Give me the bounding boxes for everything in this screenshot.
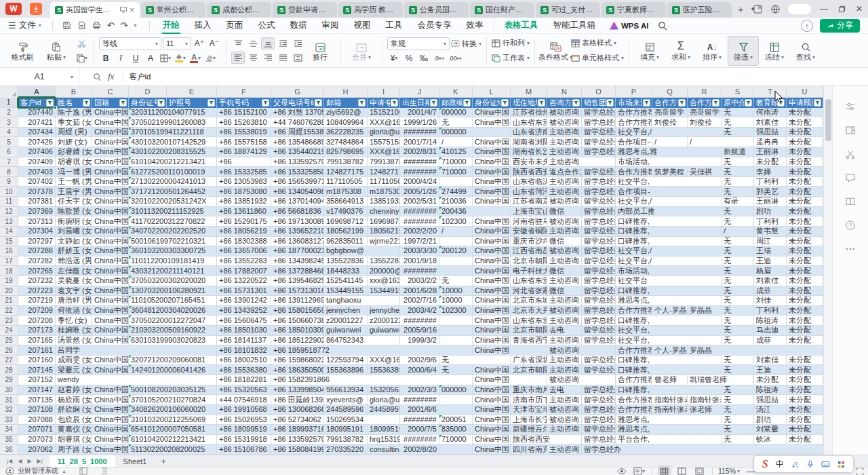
- cell-N9[interactable]: 主动咨询: [547, 177, 582, 187]
- cell-D27[interactable]: 320721200209060081: [129, 356, 217, 366]
- cell-D30[interactable]: 500108200203035125: [129, 385, 217, 396]
- cell-G10[interactable]: +86 1340540988: [271, 187, 324, 197]
- cell-U22[interactable]: 未分配: [787, 306, 823, 316]
- cell-I22[interactable]: jennychen: [368, 306, 400, 316]
- cell-H16[interactable]: bgbgbow@: [324, 246, 400, 256]
- cell-Q31[interactable]: 指南针张老: [652, 395, 688, 405]
- cell-G14[interactable]: +86 1396522100: [271, 227, 324, 237]
- cell-I28[interactable]: 155363896: [368, 365, 400, 375]
- cell-N7[interactable]: 主动咨询: [547, 157, 616, 168]
- cell-Q32[interactable]: 指南针张老: [652, 405, 688, 415]
- cell-G28[interactable]: +86 1863505000: [271, 365, 324, 375]
- cell-F10[interactable]: +86 18753080: [217, 187, 271, 197]
- row-number[interactable]: 2: [0, 108, 18, 118]
- cell-L34[interactable]: China中国: [473, 425, 511, 435]
- input-method-bar[interactable]: S 中: [754, 456, 853, 472]
- filter-header-J[interactable]: 出生日期: [400, 98, 439, 108]
- cell-A2[interactable]: 207440: [18, 108, 56, 118]
- cell-D12[interactable]: 310113200211152925: [129, 207, 217, 217]
- cell-P17[interactable]: 社交平台,/: [616, 256, 722, 267]
- cell-D7[interactable]: 610104200212213421: [129, 157, 217, 168]
- row-number[interactable]: 19: [0, 276, 18, 286]
- cell-I23[interactable]: z20001227: [368, 316, 400, 326]
- fill-color-button[interactable]: ▾: [174, 52, 187, 64]
- cell-M23[interactable]: 山东省东营: [511, 316, 547, 326]
- cell-B15[interactable]: 文静如 (女: [56, 237, 92, 247]
- cell-N33[interactable]: 被动咨询: [547, 415, 582, 425]
- cell-L9[interactable]: China中国: [473, 177, 511, 187]
- cell-U14[interactable]: 未分配: [787, 227, 823, 237]
- cell-D22[interactable]: 360481200304020026: [129, 306, 217, 316]
- eraser-button[interactable]: ▾: [203, 52, 217, 64]
- cell-S35[interactable]: 无: [722, 435, 754, 445]
- formula-input[interactable]: 客户id: [123, 72, 151, 82]
- row-number[interactable]: 17: [0, 256, 18, 267]
- cell-O6[interactable]: 留学总经办: [582, 147, 616, 157]
- cell-N2[interactable]: 被动咨询: [547, 108, 582, 118]
- cell-F19[interactable]: +86 13220522: [217, 276, 271, 286]
- cell-S3[interactable]: 无: [722, 117, 754, 128]
- cell-K35[interactable]: 710000: [439, 435, 473, 445]
- cell-S33[interactable]: 无: [722, 415, 754, 425]
- cell-B24[interactable]: 桂婉唯 (女: [56, 326, 92, 336]
- cell-U18[interactable]: 未分配: [787, 266, 823, 276]
- zoom-caret-icon[interactable]: ▾: [737, 468, 740, 474]
- cell-N25[interactable]: 主动咨询: [547, 336, 582, 346]
- cell-K2[interactable]: 000000: [439, 108, 473, 118]
- cell-Q2[interactable]: 亮哥留学: [652, 108, 688, 118]
- row-number[interactable]: 15: [0, 237, 18, 247]
- column-header-C[interactable]: C: [92, 86, 129, 98]
- cell-L26[interactable]: China中国: [473, 345, 547, 356]
- cell-O11[interactable]: 留学总经办: [582, 197, 616, 207]
- cell-H2[interactable]: ziyi5692@: [324, 108, 368, 118]
- cell-H20[interactable]: 153449155: [324, 286, 368, 297]
- row-number[interactable]: 30: [0, 385, 18, 396]
- cell-U6[interactable]: 未分配: [787, 147, 823, 157]
- filter-header-O[interactable]: 销售团队: [582, 98, 616, 108]
- cell-F8[interactable]: +86 15332585: [217, 167, 271, 177]
- maximize-button[interactable]: [833, 0, 850, 18]
- cell-A5[interactable]: 207426: [18, 137, 56, 147]
- cell-A20[interactable]: 207223: [18, 286, 56, 297]
- menu-item-插入[interactable]: 插入: [187, 18, 219, 34]
- cell-N4[interactable]: 主动咨询: [547, 128, 582, 138]
- cell-J14[interactable]: 2002/2/20: [400, 227, 439, 237]
- cell-M10[interactable]: 山东省菏泽: [511, 187, 547, 197]
- filter-dropdown-icon[interactable]: [678, 99, 686, 107]
- cell-O10[interactable]: 留学总经办: [582, 187, 616, 197]
- cell-H21[interactable]: tanghaoxu: [324, 296, 400, 306]
- cell-H32[interactable]: 244589596: [324, 405, 368, 415]
- conditional-format-button[interactable]: 条件格式▾: [540, 36, 571, 66]
- cell-G21[interactable]: +86 1391129694: [271, 296, 324, 306]
- cell-G29[interactable]: +86 1582391866: [271, 375, 473, 385]
- cell-N14[interactable]: 主动咨询: [547, 227, 582, 237]
- cell-L10[interactable]: China中国: [473, 187, 511, 197]
- cell-J27[interactable]: 2002/9/6: [400, 356, 439, 366]
- cell-P26[interactable]: 合作方推荐: [616, 345, 652, 356]
- book-icon[interactable]: [845, 196, 856, 207]
- cell-U30[interactable]: 未分配: [787, 385, 823, 396]
- cell-J7[interactable]: ########: [400, 157, 439, 168]
- cell-T22[interactable]: 丁利利: [754, 306, 787, 316]
- cell-N22[interactable]: 被动咨询: [547, 306, 582, 316]
- cell-D13[interactable]: 411702200312270822: [129, 216, 217, 227]
- cell-K15[interactable]: [439, 237, 473, 247]
- cell-H22[interactable]: jennychen: [324, 306, 368, 316]
- cell-C5[interactable]: China中国: [92, 137, 129, 147]
- cell-M14[interactable]: 安徽省铜陵: [511, 227, 547, 237]
- cell-I18[interactable]: 200000@qq: [368, 266, 400, 276]
- cell-F28[interactable]: +86 15536380: [217, 365, 271, 375]
- cell-K30[interactable]: 000000: [439, 385, 473, 396]
- cell-T7[interactable]: 未分配: [754, 157, 787, 168]
- cell-G34[interactable]: +86 1899937166: [271, 425, 324, 435]
- cell-R31[interactable]: 指南针张老: [688, 395, 722, 405]
- cell-P15[interactable]: 口碑推荐,: [616, 237, 722, 247]
- column-header-U[interactable]: U: [787, 86, 823, 98]
- cell-C12[interactable]: China中国: [92, 207, 129, 217]
- cell-F5[interactable]: +86 15575158: [217, 137, 271, 147]
- cell-P8[interactable]: 合作方推荐: [616, 167, 652, 177]
- cell-N30[interactable]: 去电: [547, 385, 582, 396]
- cell-P22[interactable]: 合作方推荐: [616, 306, 652, 316]
- cell-C35[interactable]: China中国: [92, 435, 129, 445]
- cell-K31[interactable]: [439, 395, 473, 405]
